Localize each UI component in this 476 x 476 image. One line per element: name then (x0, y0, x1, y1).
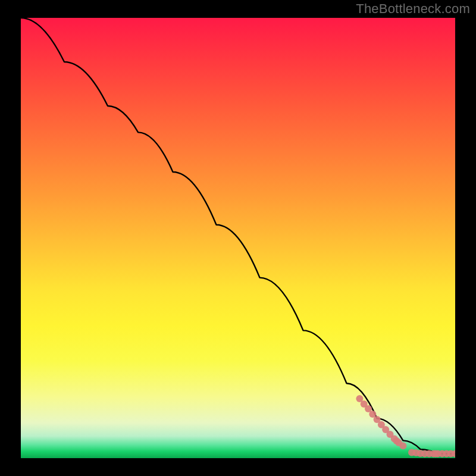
data-point (399, 442, 406, 449)
plot-area (21, 18, 455, 458)
chart-overlay (21, 18, 455, 458)
watermark-text: TheBottleneck.com (356, 1, 470, 17)
chart-frame: TheBottleneck.com (0, 0, 476, 476)
curve-line (21, 18, 455, 454)
